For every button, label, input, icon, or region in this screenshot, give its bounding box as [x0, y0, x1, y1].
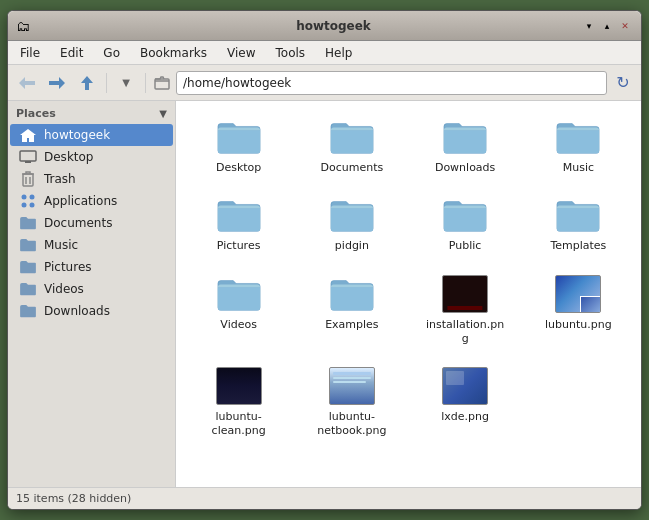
folder-icon-documents	[328, 117, 376, 157]
menu-edit[interactable]: Edit	[56, 44, 87, 62]
file-item-pictures[interactable]: Pictures	[186, 189, 291, 259]
menubar: File Edit Go Bookmarks View Tools Help	[8, 41, 641, 65]
file-area: Desktop Documents	[176, 101, 641, 487]
file-label-documents: Documents	[321, 161, 384, 175]
file-label-public: Public	[449, 239, 482, 253]
menu-help[interactable]: Help	[321, 44, 356, 62]
sidebar-title: Places	[16, 107, 56, 120]
sidebar-label-music: Music	[44, 238, 78, 252]
file-label-desktop: Desktop	[216, 161, 261, 175]
sidebar-item-documents[interactable]: Documents	[10, 212, 173, 234]
menu-file[interactable]: File	[16, 44, 44, 62]
file-item-music[interactable]: Music	[526, 111, 631, 181]
statusbar: 15 items (28 hidden)	[8, 487, 641, 509]
file-label-lxde: lxde.png	[441, 410, 489, 424]
folder-icon-templates	[554, 195, 602, 235]
sidebar-item-applications[interactable]: Applications	[10, 190, 173, 212]
file-label-pidgin: pidgin	[335, 239, 369, 253]
maximize-button[interactable]: ▴	[599, 18, 615, 34]
sidebar-item-desktop[interactable]: Desktop	[10, 146, 173, 168]
folder-icon-examples	[328, 274, 376, 314]
folder-icon-downloads	[441, 117, 489, 157]
window-title: howtogeek	[34, 19, 633, 33]
file-item-downloads[interactable]: Downloads	[413, 111, 518, 181]
titlebar: 🗂 howtogeek ▾ ▴ ✕	[8, 11, 641, 41]
desktop-icon	[18, 149, 38, 165]
file-item-lubuntu-clean-png[interactable]: lubuntu-clean.png	[186, 360, 291, 445]
svg-point-11	[22, 203, 27, 208]
file-item-lxde-png[interactable]: lxde.png	[413, 360, 518, 445]
image-icon-lubuntu-clean	[215, 366, 263, 406]
menu-view[interactable]: View	[223, 44, 259, 62]
file-item-installation-png[interactable]: installation.png	[413, 268, 518, 353]
file-label-pictures: Pictures	[217, 239, 261, 253]
menu-tools[interactable]: Tools	[272, 44, 310, 62]
home-icon	[18, 127, 38, 143]
pictures-folder-icon	[18, 259, 38, 275]
documents-folder-icon	[18, 215, 38, 231]
content-area: Places ▼ howtogeek Desktop	[8, 101, 641, 487]
file-label-lubuntu-netbook: lubuntu-netbook.png	[312, 410, 392, 439]
file-item-lubuntu-png[interactable]: lubuntu.png	[526, 268, 631, 353]
file-item-lubuntu-netbook-png[interactable]: lubuntu-netbook.png	[299, 360, 404, 445]
sidebar-header: Places ▼	[8, 101, 175, 124]
sidebar-item-downloads[interactable]: Downloads	[10, 300, 173, 322]
folder-icon-videos	[215, 274, 263, 314]
sidebar: Places ▼ howtogeek Desktop	[8, 101, 176, 487]
close-button[interactable]: ✕	[617, 18, 633, 34]
reload-button[interactable]: ↻	[611, 71, 635, 95]
file-label-installation: installation.png	[425, 318, 505, 347]
folder-icon-public	[441, 195, 489, 235]
forward-button[interactable]	[44, 70, 70, 96]
sidebar-item-trash[interactable]: Trash	[10, 168, 173, 190]
folder-icon-pidgin	[328, 195, 376, 235]
location-text: /home/howtogeek	[183, 76, 291, 90]
location-bar[interactable]: /home/howtogeek	[176, 71, 607, 95]
file-label-videos: Videos	[220, 318, 257, 332]
file-item-documents[interactable]: Documents	[299, 111, 404, 181]
sidebar-label-videos: Videos	[44, 282, 84, 296]
folder-icon-desktop	[215, 117, 263, 157]
sidebar-label-downloads: Downloads	[44, 304, 110, 318]
file-item-public[interactable]: Public	[413, 189, 518, 259]
sidebar-collapse-icon[interactable]: ▼	[159, 108, 167, 119]
sidebar-item-videos[interactable]: Videos	[10, 278, 173, 300]
file-manager-window: 🗂 howtogeek ▾ ▴ ✕ File Edit Go Bookmarks…	[7, 10, 642, 510]
sidebar-item-pictures[interactable]: Pictures	[10, 256, 173, 278]
svg-rect-6	[23, 174, 33, 186]
file-item-videos[interactable]: Videos	[186, 268, 291, 353]
up-button[interactable]	[74, 70, 100, 96]
folder-icon-pictures	[215, 195, 263, 235]
file-grid: Desktop Documents	[186, 111, 631, 445]
trash-icon	[18, 171, 38, 187]
sidebar-label-desktop: Desktop	[44, 150, 94, 164]
file-item-templates[interactable]: Templates	[526, 189, 631, 259]
menu-go[interactable]: Go	[99, 44, 124, 62]
minimize-button[interactable]: ▾	[581, 18, 597, 34]
file-label-lubuntu-clean: lubuntu-clean.png	[199, 410, 279, 439]
image-icon-lubuntu	[554, 274, 602, 314]
svg-marker-0	[19, 77, 35, 89]
downloads-folder-icon	[18, 303, 38, 319]
dropdown-button[interactable]: ▼	[113, 70, 139, 96]
image-icon-lxde	[441, 366, 489, 406]
folder-icon-music	[554, 117, 602, 157]
location-icon	[152, 73, 172, 93]
menu-bookmarks[interactable]: Bookmarks	[136, 44, 211, 62]
file-label-examples: Examples	[325, 318, 378, 332]
svg-marker-1	[49, 77, 65, 89]
sidebar-item-howtogeek[interactable]: howtogeek	[10, 124, 173, 146]
toolbar: ▼ /home/howtogeek ↻	[8, 65, 641, 101]
sidebar-item-music[interactable]: Music	[10, 234, 173, 256]
window-controls: ▾ ▴ ✕	[581, 18, 633, 34]
back-button[interactable]	[14, 70, 40, 96]
svg-point-9	[22, 195, 27, 200]
svg-rect-5	[25, 161, 31, 163]
file-label-lubuntu: lubuntu.png	[545, 318, 612, 332]
file-label-music: Music	[563, 161, 594, 175]
file-item-pidgin[interactable]: pidgin	[299, 189, 404, 259]
videos-folder-icon	[18, 281, 38, 297]
toolbar-separator-1	[106, 73, 107, 93]
file-item-examples[interactable]: Examples	[299, 268, 404, 353]
file-item-desktop[interactable]: Desktop	[186, 111, 291, 181]
